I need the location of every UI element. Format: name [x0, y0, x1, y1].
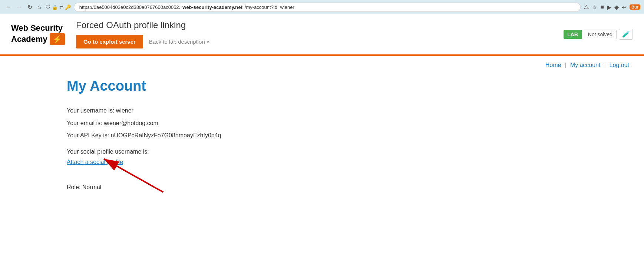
address-bar[interactable]: https://0ae5004d03e0c2d380e0767600ac0052…: [74, 3, 581, 12]
star-icon[interactable]: ☆: [592, 4, 597, 11]
reload-button[interactable]: ↻: [26, 3, 34, 11]
nav-my-account[interactable]: My account: [570, 62, 601, 68]
api-key-line: Your API Key is: nUOGPcRaINyzFo7G08hmoay…: [67, 129, 629, 142]
nav-buttons: ← → ↻ ⌂: [4, 3, 43, 11]
attach-link-container: Attach a social profile: [67, 159, 123, 165]
url-path: /my-account?id=wiener: [245, 4, 294, 10]
lab-status: LAB Not solved 🧪: [564, 29, 633, 40]
site-nav: Home | My account | Log out: [0, 56, 644, 74]
shield-icon: 🛡: [46, 4, 50, 10]
attach-social-profile-link[interactable]: Attach a social profile: [67, 159, 123, 165]
lab-title: Forced OAuth profile linking: [76, 20, 564, 30]
lab-actions: Go to exploit server Back to lab descrip…: [76, 35, 564, 48]
account-info: Your username is: wiener Your email is: …: [67, 104, 629, 142]
lab-header: Web Security Academy ⚡ Forced OAuth prof…: [0, 14, 644, 54]
nav-sep-1: |: [565, 62, 566, 68]
back-button[interactable]: ←: [4, 3, 13, 11]
burp-suite-icon: Bur: [630, 4, 640, 10]
key-icon: 🔑: [65, 4, 71, 10]
lab-flask-button[interactable]: 🧪: [619, 29, 633, 40]
logo: Web Security Academy ⚡: [11, 23, 65, 45]
back-to-lab-text: Back to lab description: [149, 38, 205, 45]
role-line: Role: Normal: [67, 184, 629, 191]
email-line: Your email is: wiener@hotdog.com: [67, 117, 629, 130]
qr-icon[interactable]: ⧍: [584, 4, 589, 10]
account-page-title: My Account: [67, 78, 629, 94]
browser-actions: ⧍ ☆ ■ ▶ ◆ ↩ Bur: [584, 4, 640, 11]
security-icons: 🛡 🔒 ⇄ 🔑: [46, 4, 71, 10]
account-section: My Account Your username is: wiener Your…: [0, 74, 644, 205]
logo-text-academy: Academy: [11, 34, 47, 44]
profile-icon[interactable]: ▶: [607, 4, 611, 11]
back-to-lab-link[interactable]: Back to lab description »: [149, 38, 209, 45]
url-prefix: https://0ae5004d03e0c2d380e0767600ac0052…: [79, 4, 181, 10]
username-line: Your username is: wiener: [67, 104, 629, 117]
logo-text-web: Web Security: [11, 23, 63, 33]
lab-title-area: Forced OAuth profile linking Go to explo…: [76, 20, 564, 48]
nav-home[interactable]: Home: [545, 62, 561, 68]
social-profile-label: Your social profile username is:: [67, 148, 629, 155]
lab-solved-text: Not solved: [584, 30, 617, 39]
logo-icon: ⚡: [50, 33, 65, 45]
nav-sep-2: |: [604, 62, 605, 68]
back-arrow-icon[interactable]: ↩: [622, 4, 627, 11]
forward-button[interactable]: →: [15, 3, 24, 11]
extensions-icon[interactable]: ■: [600, 4, 604, 10]
browser-chrome: ← → ↻ ⌂ 🛡 🔒 ⇄ 🔑 https://0ae5004d03e0c2d3…: [0, 0, 644, 14]
nav-log-out[interactable]: Log out: [610, 62, 629, 68]
network-icon: ⇄: [59, 4, 63, 10]
puzzle-icon[interactable]: ◆: [614, 4, 619, 11]
lock-icon: 🔒: [52, 4, 58, 10]
home-button[interactable]: ⌂: [36, 3, 43, 11]
exploit-server-button[interactable]: Go to exploit server: [76, 35, 143, 48]
lab-badge: LAB: [564, 30, 582, 39]
logo-area: Web Security Academy ⚡: [11, 23, 65, 45]
url-domain: web-security-academy.net: [182, 4, 242, 10]
